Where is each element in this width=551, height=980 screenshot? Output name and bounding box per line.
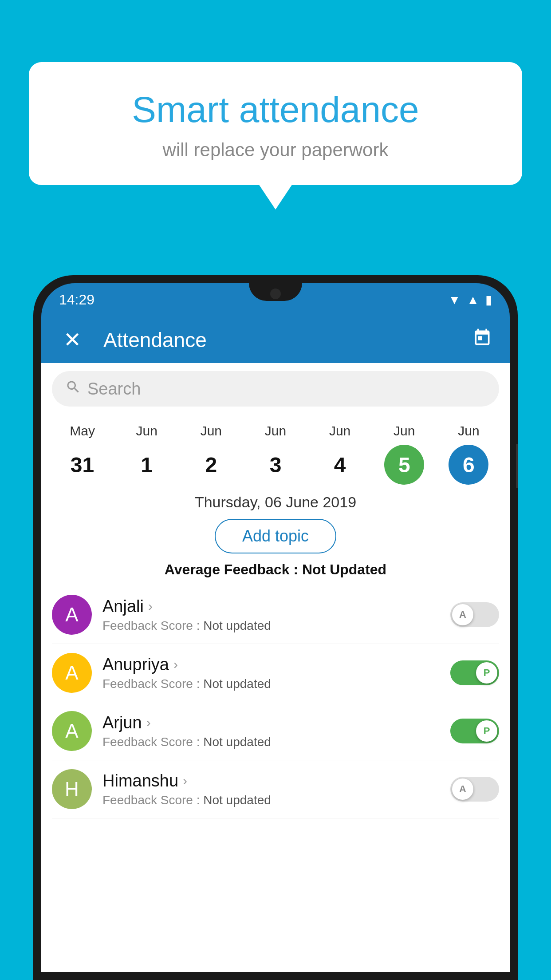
student-name: Anupriya ›	[102, 655, 440, 674]
add-topic-button[interactable]: Add topic	[215, 519, 336, 553]
day-number[interactable]: 4	[320, 445, 360, 485]
speech-bubble-title: Smart attendance	[64, 89, 487, 130]
day-number[interactable]: 5	[384, 445, 424, 485]
date-strip: May31Jun1Jun2Jun3Jun4Jun5Jun6	[41, 415, 510, 489]
avg-feedback-label: Average Feedback :	[165, 561, 302, 577]
search-placeholder: Search	[87, 379, 141, 399]
toggle-knob: A	[452, 778, 473, 800]
attendance-toggle[interactable]: P	[450, 719, 499, 743]
avatar: A	[52, 653, 92, 693]
student-name: Himanshu ›	[102, 771, 440, 790]
student-info: Anjali ›Feedback Score : Not updated	[102, 597, 440, 633]
avg-feedback-value: Not Updated	[302, 561, 386, 577]
toggle-knob: P	[476, 720, 497, 742]
toggle-container: A	[450, 777, 499, 802]
student-info: Anupriya ›Feedback Score : Not updated	[102, 655, 440, 691]
month-label: Jun	[394, 423, 415, 439]
attendance-toggle[interactable]: P	[450, 660, 499, 685]
date-col[interactable]: Jun6	[437, 423, 501, 485]
day-number[interactable]: 6	[449, 445, 488, 485]
toggle-container: P	[450, 660, 499, 685]
avatar: A	[52, 711, 92, 751]
month-label: Jun	[201, 423, 222, 439]
status-bar: 14:29 ▼ ▲ ▮	[41, 283, 510, 316]
chevron-icon: ›	[183, 773, 187, 788]
student-list: AAnjali ›Feedback Score : Not updatedAAA…	[41, 586, 510, 818]
month-label: Jun	[265, 423, 286, 439]
phone-notch	[249, 283, 302, 301]
search-bar: Search	[41, 363, 510, 415]
month-label: Jun	[136, 423, 157, 439]
student-name: Arjun ›	[102, 713, 440, 732]
day-number[interactable]: 2	[191, 445, 231, 485]
day-number[interactable]: 31	[63, 445, 102, 485]
speech-bubble: Smart attendance will replace your paper…	[29, 62, 522, 185]
date-col[interactable]: Jun5	[372, 423, 437, 485]
date-col[interactable]: Jun4	[308, 423, 372, 485]
selected-date-label: Thursday, 06 June 2019	[41, 489, 510, 519]
date-col[interactable]: May31	[50, 423, 114, 485]
day-number[interactable]: 3	[256, 445, 295, 485]
phone-inner: 14:29 ▼ ▲ ▮ ✕ Attendance	[41, 283, 510, 972]
student-item[interactable]: AAnjali ›Feedback Score : Not updatedA	[52, 586, 499, 644]
front-camera	[270, 288, 281, 299]
month-label: Jun	[329, 423, 350, 439]
avatar: A	[52, 595, 92, 635]
signal-icon: ▲	[467, 293, 479, 307]
toggle-knob: A	[452, 604, 473, 625]
date-col[interactable]: Jun2	[179, 423, 243, 485]
student-info: Himanshu ›Feedback Score : Not updated	[102, 771, 440, 807]
student-item[interactable]: AAnupriya ›Feedback Score : Not updatedP	[52, 644, 499, 702]
avatar: H	[52, 769, 92, 809]
feedback-score: Feedback Score : Not updated	[102, 677, 440, 691]
student-info: Arjun ›Feedback Score : Not updated	[102, 713, 440, 749]
student-name: Anjali ›	[102, 597, 440, 616]
day-number[interactable]: 1	[127, 445, 167, 485]
toggle-container: P	[450, 719, 499, 743]
status-icons: ▼ ▲ ▮	[449, 292, 492, 307]
chevron-icon: ›	[148, 599, 153, 614]
calendar-button[interactable]	[472, 328, 492, 352]
status-time: 14:29	[59, 292, 94, 308]
toggle-knob: P	[476, 662, 497, 684]
chevron-icon: ›	[146, 715, 151, 730]
feedback-score: Feedback Score : Not updated	[102, 735, 440, 749]
date-col[interactable]: Jun1	[114, 423, 179, 485]
date-col[interactable]: Jun3	[243, 423, 307, 485]
student-item[interactable]: HHimanshu ›Feedback Score : Not updatedA	[52, 760, 499, 818]
month-label: Jun	[458, 423, 479, 439]
phone-frame: 14:29 ▼ ▲ ▮ ✕ Attendance	[33, 275, 518, 980]
month-label: May	[70, 423, 95, 439]
attendance-toggle[interactable]: A	[450, 777, 499, 802]
search-icon	[65, 379, 81, 399]
app-content: Search May31Jun1Jun2Jun3Jun4Jun5Jun6 Thu…	[41, 363, 510, 972]
wifi-icon: ▼	[449, 293, 461, 307]
power-button	[516, 444, 518, 488]
toggle-container: A	[450, 602, 499, 627]
speech-bubble-subtitle: will replace your paperwork	[64, 139, 487, 161]
app-header: ✕ Attendance	[41, 316, 510, 363]
speech-bubble-container: Smart attendance will replace your paper…	[29, 62, 522, 185]
student-item[interactable]: AArjun ›Feedback Score : Not updatedP	[52, 702, 499, 760]
app-title: Attendance	[103, 328, 472, 352]
search-input[interactable]: Search	[52, 371, 499, 407]
close-button[interactable]: ✕	[59, 329, 86, 351]
attendance-toggle[interactable]: A	[450, 602, 499, 627]
feedback-score: Feedback Score : Not updated	[102, 793, 440, 807]
chevron-icon: ›	[173, 657, 178, 672]
feedback-score: Feedback Score : Not updated	[102, 619, 440, 633]
avg-feedback: Average Feedback : Not Updated	[41, 561, 510, 586]
battery-icon: ▮	[485, 292, 492, 307]
